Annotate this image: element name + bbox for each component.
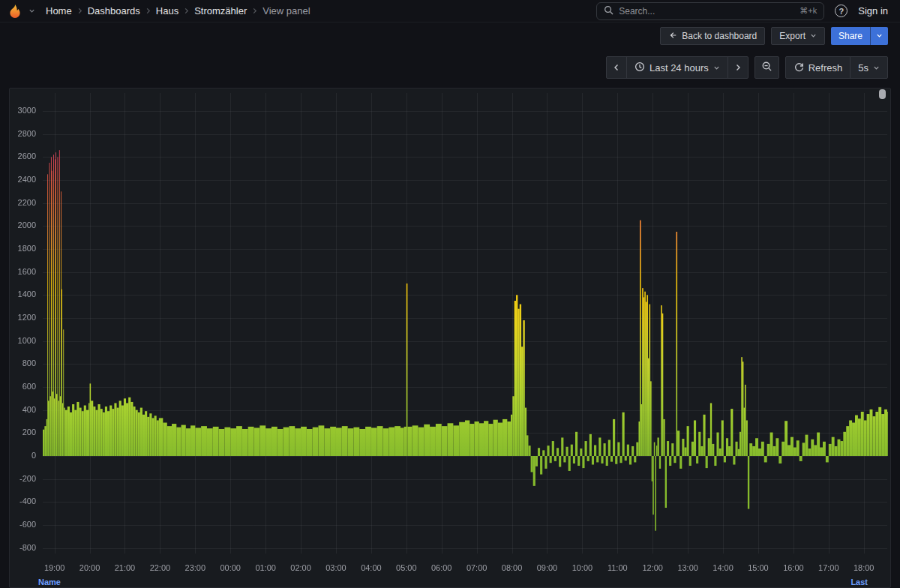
- chevron-down-icon: [810, 31, 817, 41]
- refresh-label: Refresh: [808, 62, 843, 74]
- back-to-dashboard-label: Back to dashboard: [682, 31, 757, 41]
- time-series-chart[interactable]: [10, 88, 890, 576]
- help-icon[interactable]: ?: [835, 4, 848, 17]
- search-icon: [604, 4, 614, 18]
- legend-column-name[interactable]: Name: [38, 578, 61, 586]
- top-nav: Home Dashboards Haus Stromzähler View pa…: [0, 0, 900, 22]
- chevron-right-icon: [734, 62, 742, 74]
- refresh-button[interactable]: Refresh: [785, 56, 851, 79]
- time-controls-row: Last 24 hours Refresh 5s: [0, 50, 900, 86]
- zoom-out-icon: [761, 61, 772, 74]
- export-label: Export: [779, 31, 806, 41]
- share-button[interactable]: Share: [831, 27, 870, 45]
- chevron-right-icon: [145, 8, 152, 14]
- clock-icon: [634, 62, 645, 74]
- refresh-icon: [794, 62, 804, 74]
- chevron-right-icon: [251, 8, 258, 14]
- chevron-down-icon: [876, 31, 883, 41]
- refresh-interval-picker[interactable]: 5s: [850, 56, 888, 79]
- chevron-down-icon: [873, 62, 880, 74]
- chevron-right-icon: [183, 8, 190, 14]
- share-menu-button[interactable]: [870, 27, 888, 45]
- search-input[interactable]: [619, 6, 794, 16]
- grafana-logo-icon[interactable]: [8, 4, 22, 19]
- breadcrumb-dashboards[interactable]: Dashboards: [88, 5, 140, 16]
- chevron-down-icon: [713, 62, 720, 74]
- breadcrumb-view-panel: View panel: [262, 5, 310, 16]
- search-shortcut: ⌘+k: [800, 6, 817, 16]
- zoom-out-button[interactable]: [754, 56, 779, 79]
- stromzaehler-panel: Name Last: [9, 88, 891, 588]
- breadcrumb-haus[interactable]: Haus: [156, 5, 178, 16]
- breadcrumb: Home Dashboards Haus Stromzähler View pa…: [46, 5, 310, 16]
- time-range-picker[interactable]: Last 24 hours: [626, 56, 728, 79]
- time-range-label: Last 24 hours: [650, 62, 709, 74]
- time-shift-forward-button[interactable]: [728, 56, 748, 79]
- search-box[interactable]: ⌘+k: [596, 2, 824, 20]
- arrow-left-icon: [668, 31, 677, 42]
- legend-column-last[interactable]: Last: [850, 578, 868, 586]
- legend-header-row: Name Last: [10, 576, 890, 586]
- export-button[interactable]: Export: [771, 27, 825, 45]
- share-label: Share: [838, 31, 862, 41]
- back-to-dashboard-button[interactable]: Back to dashboard: [660, 27, 765, 45]
- chevron-right-icon: [76, 8, 83, 14]
- breadcrumb-home[interactable]: Home: [46, 5, 72, 16]
- time-shift-back-button[interactable]: [606, 56, 627, 79]
- chevron-left-icon: [613, 62, 620, 74]
- sign-in-button[interactable]: Sign in: [858, 5, 888, 16]
- breadcrumb-stromzaehler[interactable]: Stromzähler: [194, 5, 247, 16]
- org-caret-icon[interactable]: [28, 8, 35, 14]
- share-split-button: Share: [831, 27, 888, 45]
- panel-actions-row: Back to dashboard Export Share: [0, 22, 900, 50]
- refresh-interval-label: 5s: [858, 62, 868, 74]
- scrollbar-thumb[interactable]: [879, 89, 886, 99]
